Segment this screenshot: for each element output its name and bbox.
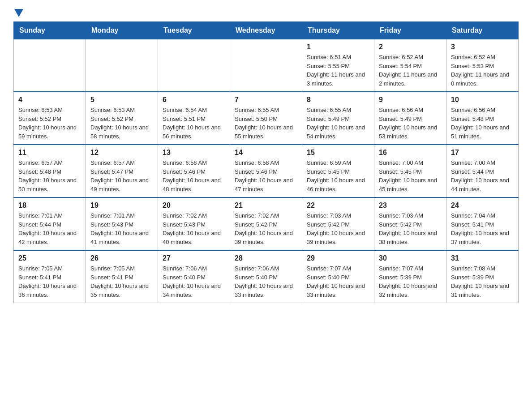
table-row: [86, 39, 158, 92]
day-info: Sunrise: 6:55 AMSunset: 5:49 PMDaylight:…: [307, 106, 369, 141]
day-info: Sunrise: 7:00 AMSunset: 5:45 PMDaylight:…: [379, 158, 442, 193]
table-row: [14, 39, 86, 92]
table-row: 23Sunrise: 7:03 AMSunset: 5:42 PMDayligh…: [374, 197, 446, 250]
day-number: 25: [18, 254, 81, 262]
weekday-header-saturday: Saturday: [446, 22, 519, 39]
weekday-header-wednesday: Wednesday: [230, 22, 302, 39]
day-number: 17: [451, 149, 514, 157]
table-row: 11Sunrise: 6:57 AMSunset: 5:48 PMDayligh…: [14, 145, 86, 197]
table-row: 8Sunrise: 6:55 AMSunset: 5:49 PMDaylight…: [302, 92, 374, 145]
day-number: 9: [379, 96, 442, 104]
day-info: Sunrise: 7:06 AMSunset: 5:40 PMDaylight:…: [235, 264, 297, 299]
logo-triangle-icon: [14, 9, 23, 17]
table-row: [230, 39, 302, 92]
day-info: Sunrise: 6:56 AMSunset: 5:48 PMDaylight:…: [451, 106, 514, 141]
day-number: 29: [307, 254, 369, 262]
calendar-week-2: 4Sunrise: 6:53 AMSunset: 5:52 PMDaylight…: [14, 92, 519, 145]
day-number: 24: [451, 201, 514, 210]
day-number: 10: [451, 96, 514, 104]
day-info: Sunrise: 6:53 AMSunset: 5:52 PMDaylight:…: [90, 106, 153, 141]
weekday-header-sunday: Sunday: [14, 22, 86, 39]
day-number: 20: [163, 201, 225, 210]
day-number: 2: [379, 43, 442, 51]
day-number: 3: [451, 43, 514, 51]
day-info: Sunrise: 7:07 AMSunset: 5:40 PMDaylight:…: [307, 264, 369, 299]
table-row: 4Sunrise: 6:53 AMSunset: 5:52 PMDaylight…: [14, 92, 86, 145]
day-number: 7: [235, 96, 297, 104]
day-number: 1: [307, 43, 369, 51]
table-row: 1Sunrise: 6:51 AMSunset: 5:55 PMDaylight…: [302, 39, 374, 92]
day-info: Sunrise: 7:07 AMSunset: 5:39 PMDaylight:…: [379, 264, 442, 299]
day-info: Sunrise: 6:57 AMSunset: 5:47 PMDaylight:…: [90, 158, 153, 193]
table-row: 25Sunrise: 7:05 AMSunset: 5:41 PMDayligh…: [14, 250, 86, 303]
day-info: Sunrise: 6:57 AMSunset: 5:48 PMDaylight:…: [18, 158, 81, 193]
day-info: Sunrise: 7:04 AMSunset: 5:41 PMDaylight:…: [451, 211, 514, 246]
day-number: 22: [307, 201, 369, 210]
table-row: 28Sunrise: 7:06 AMSunset: 5:40 PMDayligh…: [230, 250, 302, 303]
calendar-week-1: 1Sunrise: 6:51 AMSunset: 5:55 PMDaylight…: [14, 39, 519, 92]
day-info: Sunrise: 6:52 AMSunset: 5:53 PMDaylight:…: [451, 53, 514, 88]
table-row: 9Sunrise: 6:56 AMSunset: 5:49 PMDaylight…: [374, 92, 446, 145]
day-info: Sunrise: 6:56 AMSunset: 5:49 PMDaylight:…: [379, 106, 442, 141]
table-row: 7Sunrise: 6:55 AMSunset: 5:50 PMDaylight…: [230, 92, 302, 145]
day-number: 16: [379, 149, 442, 157]
day-info: Sunrise: 6:58 AMSunset: 5:46 PMDaylight:…: [163, 158, 225, 193]
weekday-header-thursday: Thursday: [302, 22, 374, 39]
calendar-header-row: SundayMondayTuesdayWednesdayThursdayFrid…: [14, 22, 519, 39]
day-number: 26: [90, 254, 153, 262]
day-info: Sunrise: 7:02 AMSunset: 5:43 PMDaylight:…: [163, 211, 225, 246]
page-header: [13, 9, 519, 17]
day-info: Sunrise: 7:02 AMSunset: 5:42 PMDaylight:…: [235, 211, 297, 246]
table-row: 21Sunrise: 7:02 AMSunset: 5:42 PMDayligh…: [230, 197, 302, 250]
table-row: 12Sunrise: 6:57 AMSunset: 5:47 PMDayligh…: [86, 145, 158, 197]
calendar-week-4: 18Sunrise: 7:01 AMSunset: 5:44 PMDayligh…: [14, 197, 519, 250]
table-row: 18Sunrise: 7:01 AMSunset: 5:44 PMDayligh…: [14, 197, 86, 250]
table-row: 26Sunrise: 7:05 AMSunset: 5:41 PMDayligh…: [86, 250, 158, 303]
day-number: 21: [235, 201, 297, 210]
table-row: 10Sunrise: 6:56 AMSunset: 5:48 PMDayligh…: [446, 92, 519, 145]
table-row: 22Sunrise: 7:03 AMSunset: 5:42 PMDayligh…: [302, 197, 374, 250]
day-number: 23: [379, 201, 442, 210]
table-row: 14Sunrise: 6:58 AMSunset: 5:46 PMDayligh…: [230, 145, 302, 197]
day-number: 4: [18, 96, 81, 104]
day-info: Sunrise: 7:05 AMSunset: 5:41 PMDaylight:…: [90, 264, 153, 299]
table-row: 19Sunrise: 7:01 AMSunset: 5:43 PMDayligh…: [86, 197, 158, 250]
table-row: 31Sunrise: 7:08 AMSunset: 5:39 PMDayligh…: [446, 250, 519, 303]
day-number: 15: [307, 149, 369, 157]
table-row: 30Sunrise: 7:07 AMSunset: 5:39 PMDayligh…: [374, 250, 446, 303]
day-number: 6: [163, 96, 225, 104]
day-number: 27: [163, 254, 225, 262]
calendar-week-3: 11Sunrise: 6:57 AMSunset: 5:48 PMDayligh…: [14, 145, 519, 197]
day-info: Sunrise: 6:51 AMSunset: 5:55 PMDaylight:…: [307, 53, 369, 88]
table-row: 27Sunrise: 7:06 AMSunset: 5:40 PMDayligh…: [158, 250, 230, 303]
table-row: 15Sunrise: 6:59 AMSunset: 5:45 PMDayligh…: [302, 145, 374, 197]
table-row: 24Sunrise: 7:04 AMSunset: 5:41 PMDayligh…: [446, 197, 519, 250]
day-number: 12: [90, 149, 153, 157]
day-info: Sunrise: 7:06 AMSunset: 5:40 PMDaylight:…: [163, 264, 225, 299]
table-row: 6Sunrise: 6:54 AMSunset: 5:51 PMDaylight…: [158, 92, 230, 145]
weekday-header-monday: Monday: [86, 22, 158, 39]
day-number: 28: [235, 254, 297, 262]
table-row: 3Sunrise: 6:52 AMSunset: 5:53 PMDaylight…: [446, 39, 519, 92]
day-number: 14: [235, 149, 297, 157]
day-info: Sunrise: 6:55 AMSunset: 5:50 PMDaylight:…: [235, 106, 297, 141]
calendar-table: SundayMondayTuesdayWednesdayThursdayFrid…: [13, 21, 519, 303]
table-row: 2Sunrise: 6:52 AMSunset: 5:54 PMDaylight…: [374, 39, 446, 92]
day-number: 11: [18, 149, 81, 157]
day-info: Sunrise: 6:58 AMSunset: 5:46 PMDaylight:…: [235, 158, 297, 193]
day-info: Sunrise: 7:03 AMSunset: 5:42 PMDaylight:…: [307, 211, 369, 246]
table-row: [158, 39, 230, 92]
day-info: Sunrise: 6:54 AMSunset: 5:51 PMDaylight:…: [163, 106, 225, 141]
weekday-header-tuesday: Tuesday: [158, 22, 230, 39]
day-info: Sunrise: 6:59 AMSunset: 5:45 PMDaylight:…: [307, 158, 369, 193]
day-info: Sunrise: 7:01 AMSunset: 5:44 PMDaylight:…: [18, 211, 81, 246]
day-number: 5: [90, 96, 153, 104]
day-number: 8: [307, 96, 369, 104]
table-row: 16Sunrise: 7:00 AMSunset: 5:45 PMDayligh…: [374, 145, 446, 197]
day-number: 30: [379, 254, 442, 262]
day-info: Sunrise: 6:53 AMSunset: 5:52 PMDaylight:…: [18, 106, 81, 141]
calendar-week-5: 25Sunrise: 7:05 AMSunset: 5:41 PMDayligh…: [14, 250, 519, 303]
day-info: Sunrise: 7:01 AMSunset: 5:43 PMDaylight:…: [90, 211, 153, 246]
table-row: 20Sunrise: 7:02 AMSunset: 5:43 PMDayligh…: [158, 197, 230, 250]
day-number: 13: [163, 149, 225, 157]
